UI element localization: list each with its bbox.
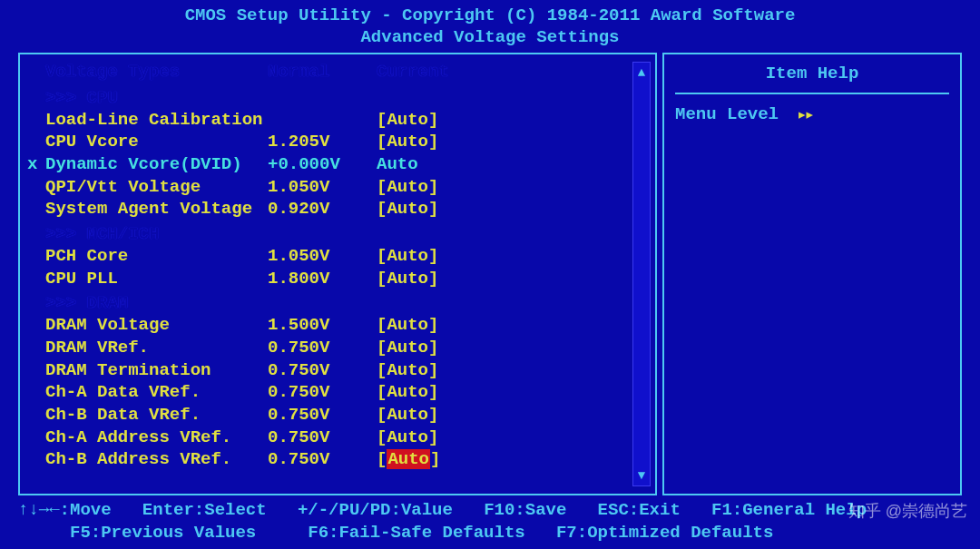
- setting-value: [Auto]: [377, 198, 438, 221]
- setting-value: [Auto]: [377, 404, 438, 426]
- hint-save: F10:Save: [484, 499, 566, 523]
- scrollbar[interactable]: ▲ ▼: [632, 62, 651, 486]
- bios-header: CMOS Setup Utility - Copyright (C) 1984-…: [0, 0, 980, 53]
- setting-label: Load-Line Calibration: [45, 109, 268, 132]
- setting-label: Ch-B Address VRef.: [45, 448, 268, 471]
- col-current: Current: [377, 62, 449, 82]
- setting-label: DRAM Voltage: [45, 314, 268, 337]
- row-cpu-pll[interactable]: CPU PLL 1.800V [Auto]: [45, 268, 655, 290]
- hint-select: Enter:Select: [142, 499, 267, 523]
- active-marker-icon: x: [27, 153, 37, 176]
- scroll-up-icon[interactable]: ▲: [638, 65, 645, 80]
- setting-normal: 1.050V: [268, 176, 377, 199]
- hint-previous: F5:Previous Values: [70, 522, 256, 545]
- setting-normal: 0.750V: [268, 426, 377, 449]
- setting-value: [Auto]: [377, 131, 438, 153]
- setting-value: [Auto]: [377, 381, 438, 404]
- column-headers: Voltage Types Normal Current: [45, 62, 655, 84]
- help-panel: Item Help Menu Level ▸▸: [662, 53, 962, 495]
- setting-value: [Auto]: [377, 359, 438, 382]
- setting-label: Dynamic Vcore(DVID): [45, 153, 268, 176]
- setting-normal: 0.920V: [268, 198, 377, 221]
- hint-optimized: F7:Optimized Defaults: [556, 522, 773, 545]
- setting-value: [Auto]: [377, 337, 438, 359]
- setting-label: PCH Core: [45, 245, 268, 268]
- row-cpu-vcore[interactable]: CPU Vcore 1.205V [Auto]: [45, 131, 655, 153]
- watermark: 知乎 @崇德尚艺: [848, 500, 967, 522]
- row-dynamic-vcore[interactable]: x Dynamic Vcore(DVID) +0.000V Auto: [45, 153, 655, 176]
- chevron-right-icon: ▸▸: [797, 103, 812, 125]
- setting-value: Auto: [377, 153, 418, 176]
- header-line-1: CMOS Setup Utility - Copyright (C) 1984-…: [0, 5, 980, 27]
- hint-value: +/-/PU/PD:Value: [298, 499, 453, 523]
- scroll-down-icon[interactable]: ▼: [638, 468, 645, 483]
- row-dram-voltage[interactable]: DRAM Voltage 1.500V [Auto]: [45, 314, 655, 337]
- setting-normal: 1.500V: [268, 314, 377, 337]
- setting-label: Ch-A Data VRef.: [45, 381, 268, 404]
- setting-label: CPU PLL: [45, 268, 268, 290]
- setting-normal: 0.750V: [268, 404, 377, 426]
- setting-normal: 1.800V: [268, 268, 377, 290]
- setting-normal: 1.205V: [268, 131, 377, 153]
- row-system-agent-voltage[interactable]: System Agent Voltage 0.920V [Auto]: [45, 198, 655, 221]
- section-cpu: >>> CPU: [45, 84, 655, 109]
- footer-hints: ↑↓→←:Move Enter:Select +/-/PU/PD:Value F…: [0, 495, 980, 545]
- setting-normal: 1.050V: [268, 245, 377, 268]
- setting-value: [Auto]: [377, 426, 438, 449]
- hint-move: ↑↓→←:Move: [18, 499, 112, 523]
- setting-label: CPU Vcore: [45, 131, 268, 153]
- setting-label: System Agent Voltage: [45, 198, 268, 221]
- setting-label: QPI/Vtt Voltage: [45, 176, 268, 199]
- col-normal: Normal: [268, 62, 377, 82]
- setting-value: [Auto]: [377, 448, 440, 471]
- menu-level: Menu Level ▸▸: [675, 103, 949, 125]
- row-chb-data-vref[interactable]: Ch-B Data VRef. 0.750V [Auto]: [45, 404, 655, 426]
- hint-exit: ESC:Exit: [598, 499, 681, 523]
- setting-normal: 0.750V: [268, 381, 377, 404]
- row-cha-address-vref[interactable]: Ch-A Address VRef. 0.750V [Auto]: [45, 426, 655, 449]
- hint-failsafe: F6:Fail-Safe Defaults: [308, 522, 524, 545]
- setting-value: [Auto]: [377, 109, 438, 132]
- col-label: Voltage Types: [45, 62, 268, 82]
- help-title: Item Help: [675, 64, 949, 94]
- row-cha-data-vref[interactable]: Ch-A Data VRef. 0.750V [Auto]: [45, 381, 655, 404]
- setting-normal: +0.000V: [268, 153, 377, 176]
- row-qpi-vtt-voltage[interactable]: QPI/Vtt Voltage 1.050V [Auto]: [45, 176, 655, 199]
- row-dram-vref[interactable]: DRAM VRef. 0.750V [Auto]: [45, 337, 655, 359]
- setting-label: DRAM VRef.: [45, 337, 268, 359]
- row-chb-address-vref[interactable]: Ch-B Address VRef. 0.750V [Auto]: [45, 448, 655, 471]
- setting-value: [Auto]: [377, 314, 438, 337]
- setting-normal: 0.750V: [268, 448, 377, 471]
- header-line-2: Advanced Voltage Settings: [0, 27, 980, 49]
- settings-panel: Voltage Types Normal Current >>> CPU Loa…: [18, 53, 657, 495]
- setting-label: Ch-B Data VRef.: [45, 404, 268, 426]
- setting-value: [Auto]: [377, 176, 438, 199]
- setting-normal: 0.750V: [268, 337, 377, 359]
- section-mch-ich: >>> MCH/ICH: [45, 221, 655, 245]
- row-load-line-calibration[interactable]: Load-Line Calibration [Auto]: [45, 109, 655, 132]
- setting-value: [Auto]: [377, 245, 438, 268]
- row-pch-core[interactable]: PCH Core 1.050V [Auto]: [45, 245, 655, 268]
- setting-label: DRAM Termination: [45, 359, 268, 382]
- hint-help: F1:General Help: [711, 499, 867, 523]
- setting-normal: 0.750V: [268, 359, 377, 382]
- setting-value: [Auto]: [377, 268, 438, 290]
- row-dram-termination[interactable]: DRAM Termination 0.750V [Auto]: [45, 359, 655, 382]
- setting-label: Ch-A Address VRef.: [45, 426, 268, 449]
- menu-level-label: Menu Level: [675, 104, 779, 124]
- section-dram: >>> DRAM: [45, 289, 655, 314]
